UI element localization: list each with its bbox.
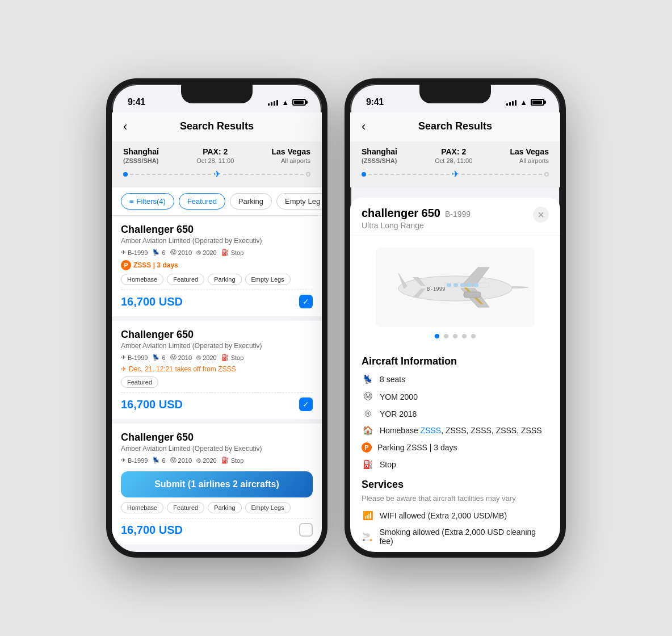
dest-city-right: Las Vegas All airports [510, 147, 549, 164]
yor-spec: ® 2020 [196, 249, 217, 256]
r-icon-2: ® [196, 354, 201, 361]
seat-icon-3: 💺 [152, 457, 160, 464]
battery-icon-right [531, 99, 544, 106]
featured-filter[interactable]: Featured [179, 193, 225, 210]
card-3-checkbox[interactable] [299, 523, 313, 537]
svg-rect-3 [447, 283, 451, 287]
stop-row: ⛽ Stop [350, 456, 560, 473]
home-icon: 🏠 [362, 425, 374, 436]
wifi-icon: ▲ [282, 98, 289, 107]
header-right: ‹ Search Results [350, 112, 560, 141]
status-icons-right: ▲ [506, 98, 544, 107]
origin-city: Shanghai (ZSSS/SHA) [123, 147, 159, 164]
pax-info-right: PAX: 2 Oct 28, 11:00 [435, 147, 472, 164]
dot-2[interactable] [444, 334, 448, 338]
card-1-title: Challenger 650 [121, 224, 313, 236]
back-button-left[interactable]: ‹ [123, 119, 127, 134]
image-dots [435, 334, 476, 338]
results-list: Challenger 650 Amber Aviation Limited (O… [112, 216, 322, 552]
firstaid-row: ➕ First aid available [350, 549, 560, 552]
dashes-right-right [461, 174, 543, 175]
m-icon-3: Ⓜ [170, 456, 177, 465]
flight-line-right: ✈ [362, 169, 549, 179]
svg-rect-4 [453, 283, 458, 287]
seats-row: 💺 8 seats [350, 371, 560, 388]
card-3-tags: Homebase Featured Parking Empty Legs [121, 502, 313, 513]
detail-type: Ultra Long Range [362, 221, 471, 230]
dot-5[interactable] [471, 334, 476, 338]
yom-spec-3: Ⓜ 2010 [170, 456, 192, 465]
tag-emptylegs: Empty Legs [245, 274, 291, 285]
r-detail-icon: ® [362, 409, 374, 419]
emptyleg-filter[interactable]: Empty Leg [276, 193, 322, 210]
status-time-right: 9:41 [366, 97, 384, 107]
dot-3[interactable] [453, 334, 457, 338]
submit-button[interactable]: Submit (1 airlines 2 aircrafts) [121, 471, 313, 497]
status-icons-left: ▲ [268, 98, 306, 107]
tag-parking: Parking [208, 274, 241, 285]
result-card-3[interactable]: Challenger 650 Amber Aviation Limited (O… [112, 424, 322, 545]
stop-spec-3: ⛽ Stop [221, 457, 244, 464]
seat-icon-2: 💺 [152, 354, 160, 361]
card-1-tags: Homebase Featured Parking Empty Legs [121, 274, 313, 285]
result-card-2[interactable]: Challenger 650 Amber Aviation Limited (O… [112, 321, 322, 419]
orange-plane-icon: ✈ [121, 365, 127, 373]
reg-spec: ✈ B-1999 [121, 249, 148, 256]
card-3-price: 16,700 USD [121, 524, 183, 537]
card-2-price: 16,700 USD [121, 398, 183, 411]
right-phone: 9:41 ▲ ‹ Search Results Shanghai (ZSSS/S… [345, 78, 566, 558]
search-info-left: Shanghai (ZSSS/SHA) PAX: 2 Oct 28, 11:00… [112, 141, 322, 187]
search-info-right: Shanghai (ZSSS/SHA) PAX: 2 Oct 28, 11:00… [350, 141, 560, 187]
wifi-icon-right: ▲ [520, 98, 527, 107]
close-button[interactable]: × [533, 207, 549, 223]
aircraft-image: B-1999 [376, 248, 535, 327]
origin-dot-right [362, 172, 366, 177]
yom-spec-2: Ⓜ 2010 [170, 353, 192, 362]
filters-button[interactable]: ≡ Filters(4) [121, 193, 174, 210]
card-1-checkbox[interactable]: ✓ [299, 295, 313, 308]
m-icon-2: Ⓜ [170, 353, 177, 362]
plane-small-icon-2: ✈ [121, 354, 126, 361]
origin-dot [123, 172, 128, 177]
wifi-service-icon: 📶 [362, 511, 374, 521]
card-3-price-row: 16,700 USD [121, 518, 313, 537]
detail-reg: B-1999 [445, 210, 471, 219]
card-1-operator: Amber Aviation Limited (Operated by Exec… [121, 237, 313, 245]
r-icon-3: ® [196, 457, 201, 464]
dest-city: Las Vegas All airports [272, 147, 311, 164]
yom-row: Ⓜ YOM 2000 [350, 388, 560, 405]
dot-4[interactable] [462, 334, 467, 338]
smoking-icon: 🚬 [362, 532, 374, 542]
seats-spec: 💺 6 [152, 249, 165, 256]
notch-right [419, 84, 491, 103]
detail-aircraft-name: challenger 650 [362, 207, 440, 220]
detail-overlay: challenger 650 B-1999 Ultra Long Range × [350, 198, 560, 552]
homebase-link[interactable]: ZSSS [421, 426, 442, 435]
phone-content-right: ‹ Search Results Shanghai (ZSSS/SHA) PAX… [350, 112, 560, 552]
search-row: Shanghai (ZSSS/SHA) PAX: 2 Oct 28, 11:00… [123, 147, 310, 164]
card-2-title: Challenger 650 [121, 329, 313, 341]
seat-detail-icon: 💺 [362, 374, 374, 384]
result-card-1[interactable]: Challenger 650 Amber Aviation Limited (O… [112, 216, 322, 316]
card-2-checkbox[interactable]: ✓ [299, 398, 313, 411]
filters-bar: ≡ Filters(4) Featured Parking Empty Leg [112, 187, 322, 216]
plane-icon-right: ✈ [452, 169, 459, 179]
yor-spec-2: ® 2020 [196, 354, 217, 361]
parking-filter[interactable]: Parking [230, 193, 272, 210]
dashes-left [130, 174, 211, 175]
stop-fuel-icon: ⛽ [362, 459, 374, 470]
card-2-price-row: 16,700 USD ✓ [121, 392, 313, 411]
plane-small-icon: ✈ [121, 249, 126, 256]
card-2-operator: Amber Aviation Limited (Operated by Exec… [121, 342, 313, 350]
dashes-right [223, 174, 304, 175]
dest-dot [306, 172, 310, 177]
dot-1[interactable] [435, 334, 439, 338]
filter-icon: ≡ [129, 197, 134, 206]
back-button-right[interactable]: ‹ [362, 119, 366, 134]
battery-icon [292, 99, 306, 106]
page-title-right: Search Results [362, 117, 549, 136]
plane-small-icon-3: ✈ [121, 457, 126, 464]
fuel-icon-3: ⛽ [221, 457, 229, 464]
services-subtitle: Please be aware that aircraft facilities… [350, 494, 560, 507]
aircraft-image-area: B-1999 [350, 236, 560, 350]
